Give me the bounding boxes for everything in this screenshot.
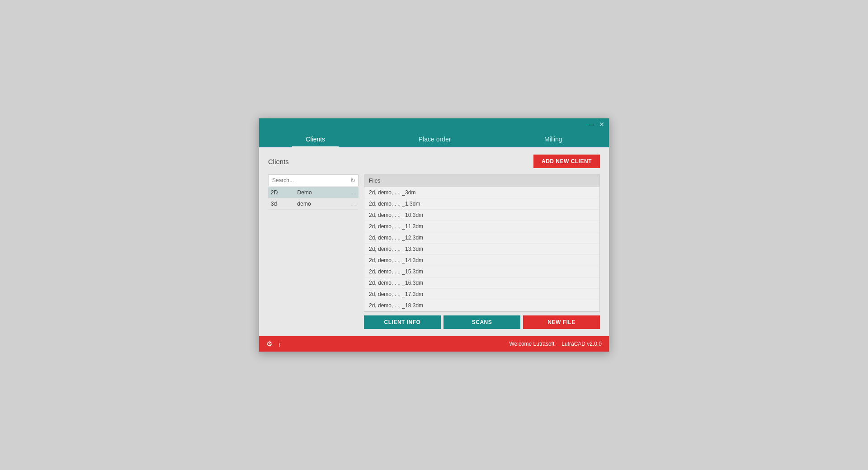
- list-item[interactable]: 2d, demo, . ., _12.3dm: [364, 232, 599, 244]
- settings-icon[interactable]: ⚙: [266, 340, 272, 348]
- files-header: Files: [364, 175, 599, 187]
- window-controls: — ✕: [259, 118, 609, 127]
- tab-bar: Clients Place order Milling: [259, 127, 609, 147]
- client-dots: . .: [337, 187, 359, 198]
- table-row[interactable]: 2D Demo . .: [268, 187, 359, 198]
- search-input[interactable]: [269, 175, 348, 186]
- client-table: 2D Demo . . 3d demo . .: [268, 187, 359, 210]
- client-dots: . .: [337, 198, 359, 210]
- client-info-button[interactable]: CLIENT INFO: [364, 315, 441, 329]
- list-item[interactable]: 2d, demo, . ., _17.3dm: [364, 289, 599, 300]
- list-item[interactable]: 2d, demo, . ., _1.3dm: [364, 198, 599, 210]
- client-id: 2D: [268, 187, 295, 198]
- files-list[interactable]: 2d, demo, . ., _3dm2d, demo, . ., _1.3dm…: [364, 187, 599, 311]
- files-container: Files 2d, demo, . ., _3dm2d, demo, . ., …: [364, 174, 600, 312]
- client-name: Demo: [295, 187, 337, 198]
- tab-clients[interactable]: Clients: [292, 132, 339, 147]
- search-box: ↻: [268, 174, 359, 186]
- list-item[interactable]: 2d, demo, . ., _10.3dm: [364, 210, 599, 221]
- list-item[interactable]: 2d, demo, . ., _13.3dm: [364, 244, 599, 255]
- files-actions: CLIENT INFO SCANS NEW FILE: [364, 315, 600, 329]
- list-item[interactable]: 2d, demo, . ., _18.3dm: [364, 300, 599, 311]
- minimize-button[interactable]: —: [588, 121, 594, 127]
- footer: ⚙ i Welcome Lutrasoft LutraCAD v2.0.0: [259, 336, 609, 352]
- list-item[interactable]: 2d, demo, . ., _15.3dm: [364, 266, 599, 277]
- client-name: demo: [295, 198, 337, 210]
- welcome-text: Welcome Lutrasoft: [509, 341, 554, 347]
- app-window: — ✕ Clients Place order Milling Clients …: [259, 118, 609, 352]
- table-row[interactable]: 3d demo . .: [268, 198, 359, 210]
- files-panel: Files 2d, demo, . ., _3dm2d, demo, . ., …: [364, 174, 600, 329]
- add-new-client-button[interactable]: ADD NEW CLIENT: [533, 155, 600, 168]
- main-content: Clients ADD NEW CLIENT ↻ 2D Demo . .: [259, 147, 609, 336]
- client-id: 3d: [268, 198, 295, 210]
- list-item[interactable]: 2d, demo, . ., _16.3dm: [364, 277, 599, 289]
- refresh-button[interactable]: ↻: [348, 175, 358, 186]
- info-icon[interactable]: i: [278, 340, 280, 348]
- footer-right: Welcome Lutrasoft LutraCAD v2.0.0: [509, 341, 602, 347]
- client-panel: ↻ 2D Demo . . 3d demo . .: [268, 174, 359, 329]
- close-button[interactable]: ✕: [599, 121, 604, 127]
- tab-place-order[interactable]: Place order: [405, 132, 465, 147]
- list-item[interactable]: 2d, demo, . ., _3dm: [364, 187, 599, 198]
- list-item[interactable]: 2d, demo, . ., _11.3dm: [364, 221, 599, 232]
- page-title: Clients: [268, 158, 289, 165]
- version-text: LutraCAD v2.0.0: [561, 341, 602, 347]
- header: — ✕ Clients Place order Milling: [259, 118, 609, 147]
- footer-left: ⚙ i: [266, 340, 280, 348]
- tab-milling[interactable]: Milling: [531, 132, 576, 147]
- content-header: Clients ADD NEW CLIENT: [268, 155, 600, 168]
- scans-button[interactable]: SCANS: [443, 315, 520, 329]
- new-file-button[interactable]: NEW FILE: [523, 315, 600, 329]
- list-item[interactable]: 2d, demo, . ., _14.3dm: [364, 255, 599, 266]
- main-grid: ↻ 2D Demo . . 3d demo . .: [268, 174, 600, 329]
